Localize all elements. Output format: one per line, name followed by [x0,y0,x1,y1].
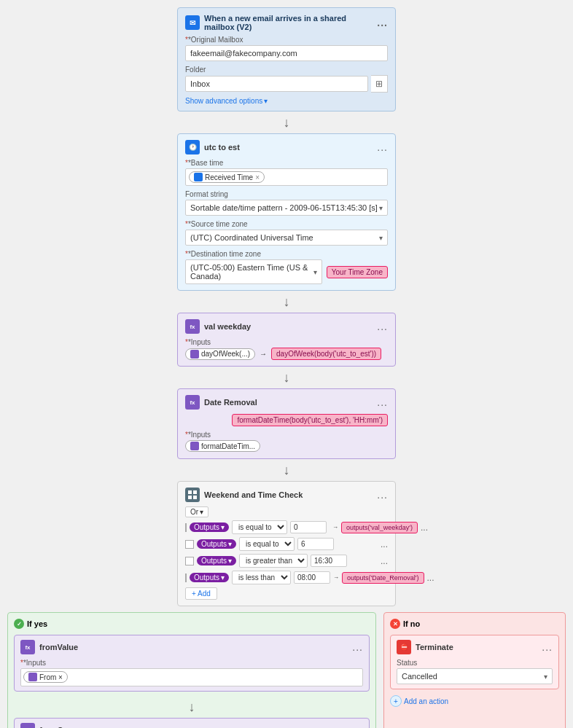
terminate-icon: ⛔ [397,640,411,654]
outputs-token-3[interactable]: Outputs ▾ [197,556,236,565]
day-of-week-token[interactable]: dayOfWeek(...) [185,348,255,360]
utc-ellipsis[interactable]: ... [377,141,388,153]
main-canvas: ✉ When a new email arrives in a shared m… [0,0,573,728]
token-arrow: ▾ [228,557,232,565]
condition-row-1: Outputs ▾ is equal to → outputs('val_wee… [185,520,388,534]
vw-inputs-label: **Inputs [185,338,388,346]
from-caps-icon: fx [20,723,35,728]
terminate-ellipsis[interactable]: ... [542,641,553,653]
operator-select-3[interactable]: is greater than [239,554,308,568]
condition-check-1[interactable] [185,523,187,532]
val-weekday-header: fx val weekday ... [185,319,388,334]
from-caps-ellipsis[interactable]: ... [352,724,363,728]
condition-check-3[interactable] [185,557,194,565]
row-ellipsis-4[interactable]: ... [427,573,434,583]
condition-check-4[interactable] [185,574,187,582]
outputs-token-1[interactable]: Outputs ▾ [190,522,229,532]
trigger-ellipsis[interactable]: ... [377,17,388,28]
from-token[interactable]: From × [23,671,68,683]
arrow-fv: ↓ [14,696,370,718]
condition-block: Weekend and Time Check ... Or ▾ Outputs … [177,481,396,606]
folder-input[interactable]: Inbox [185,76,368,92]
svg-rect-1 [193,490,197,494]
format-string-label: Format string [185,190,388,198]
or-badge[interactable]: Or ▾ [185,506,208,517]
date-removal-ellipsis[interactable]: ... [377,396,388,408]
operator-select-4[interactable]: is less than [232,571,291,584]
mailbox-input[interactable]: fakeemail@fakecompany.com [185,45,388,61]
received-time-token[interactable]: Received Time × [189,171,265,183]
condition-ellipsis[interactable]: ... [377,489,388,501]
utc-header: 🕐 utc to est ... [185,140,388,154]
add-condition-btn[interactable]: + Add [185,587,217,600]
arrow-4: ↓ [284,459,290,481]
status-dropdown[interactable]: Cancelled ▾ [397,668,553,684]
fv-inputs-label: **Inputs [20,659,363,667]
val-weekday-title: val weekday [204,322,373,331]
svg-rect-0 [188,490,192,494]
trigger-icon: ✉ [185,15,200,30]
value-input-3[interactable] [311,555,347,567]
terminate-title: Terminate [416,643,537,651]
from-value-icon: fx [20,640,35,654]
date-removal-icon: fx [185,395,200,410]
token-close[interactable]: × [255,173,260,181]
from-caps-header: fx fromCaps ... [20,723,363,728]
vw-token-row: dayOfWeek(...) → dayOfWeek(body('utc_to_… [185,348,388,360]
trigger-title: When a new email arrives in a shared mai… [204,14,373,31]
branch-row: ✓ If yes fx fromValue ... **Inputs From … [0,612,573,728]
utc-block: 🕐 utc to est ... **Base time Received Ti… [177,133,396,291]
from-value-ellipsis[interactable]: ... [352,641,363,653]
trigger-block: ✉ When a new email arrives in a shared m… [177,7,396,111]
advanced-options-link[interactable]: Show advanced options ▾ [185,97,388,105]
condition-check-2[interactable] [185,540,194,549]
token-arrow: ▾ [221,574,225,582]
base-time-label: **Base time [185,159,388,167]
token-arrow: ▾ [228,540,232,548]
dest-tz-row: (UTC-05:00) Eastern Time (US & Canada) ▾… [185,259,388,284]
status-label: Status [397,659,553,667]
date-removal-title: Date Removal [204,398,373,407]
dest-tz-dropdown[interactable]: (UTC-05:00) Eastern Time (US & Canada) ▾ [185,259,322,284]
operator-select-2[interactable]: is equal to [239,537,295,551]
utc-icon: 🕐 [185,140,200,154]
condition-title: Weekend and Time Check [204,490,373,499]
date-removal-block: fx Date Removal ... formatDateTime(body(… [177,388,396,459]
from-value-title: fromValue [39,643,348,651]
mailbox-label: **Original Mailbox [185,36,388,44]
operator-select-1[interactable]: is equal to [232,520,287,534]
dropdown-arrow: ▾ [379,204,383,212]
add-action-link[interactable]: + Add an action [390,694,559,708]
folder-icon-btn[interactable]: ⊞ [371,75,388,93]
row-ellipsis-1[interactable]: ... [421,522,428,533]
folder-label: Folder [185,66,388,74]
no-dot: ✕ [390,619,400,629]
arrow-2: ↓ [284,291,290,313]
format-date-token[interactable]: formatDateTim... [185,440,260,452]
val-weekday-ellipsis[interactable]: ... [377,321,388,332]
row-ellipsis-3[interactable]: ... [381,556,388,566]
branch-no: ✕ If no ⛔ Terminate ... Status Cancelled… [383,612,566,728]
outputs-token-4[interactable]: Outputs ▾ [190,573,229,582]
value-input-4[interactable] [294,571,330,584]
dr-annotation-row: formatDateTime(body('utc_to_est'), 'HH:m… [185,414,388,426]
date-removal-annotation: outputs('Date_Removal') [342,572,424,584]
branch-yes: ✓ If yes fx fromValue ... **Inputs From … [7,612,376,728]
condition-icon [185,488,200,502]
yes-dot: ✓ [14,619,24,629]
from-value-header: fx fromValue ... [20,640,363,654]
format-string-dropdown[interactable]: Sortable date/time pattern - 2009-06-15T… [185,200,388,216]
from-value-field[interactable]: From × [20,668,363,686]
chevron-down-icon: ▾ [200,508,203,516]
base-time-field[interactable]: Received Time × [185,168,388,186]
utc-title: utc to est [204,143,373,152]
outputs-token-2[interactable]: Outputs ▾ [197,539,236,549]
arrow-3: ↓ [284,367,290,388]
token-icon [194,173,203,181]
row-ellipsis-2[interactable]: ... [381,539,388,549]
source-tz-dropdown[interactable]: (UTC) Coordinated Universal Time ▾ [185,230,388,246]
value-input-1[interactable] [290,521,327,533]
arrow-1: ↓ [284,111,290,133]
condition-row-2: Outputs ▾ is equal to ... [185,537,388,551]
value-input-2[interactable] [297,538,334,550]
